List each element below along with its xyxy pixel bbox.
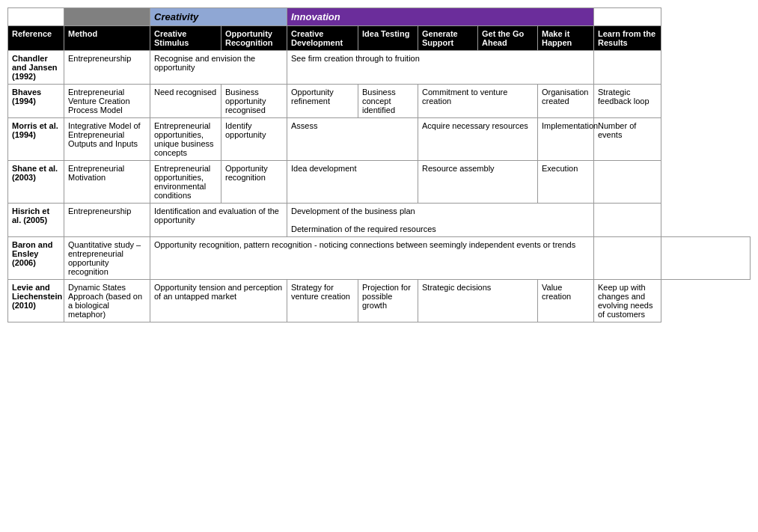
cd-cell: See firm creation through to fruition [287,51,594,85]
col-header-gs: Generate Support [418,26,478,51]
header-innovation: Innovation [287,8,594,26]
cd-cell: Strategy for venture creation [287,280,358,322]
table-row: Shane et al. (2003) Entrepreneurial Moti… [8,161,751,204]
method-cell: Entrepreneurial Venture Creation Process… [64,85,150,118]
method-cell: Entrepreneurial Motivation [64,161,150,204]
mih-cell [594,237,661,280]
col-header-reference: Reference [8,26,64,51]
or-cell: Opportunity recognition [221,161,287,204]
it-cell: Business concept identified [358,85,418,118]
ref-cell: Morris et al. (1994) [8,118,64,161]
col-header-it: Idea Testing [358,26,418,51]
header-top-empty2 [594,8,661,26]
header-top-row: Creativity Innovation [8,8,751,26]
ref-cell: Levie and Liechenstein (2010) [8,280,64,322]
header-top-empty1 [8,8,64,26]
table-row: Levie and Liechenstein (2010) Dynamic St… [8,280,751,322]
lftr-cell [594,51,661,85]
mih-cell: Execution [538,161,594,204]
cs-cell: Recognise and envision the opportunity [150,51,287,85]
method-cell: Quantitative study – entrepreneurial opp… [64,237,150,280]
lftr-cell [594,161,661,204]
col-header-cd: Creative Development [287,26,358,51]
or-cell: Identify opportunity [221,118,287,161]
method-cell: Entrepreneurship [64,204,150,237]
header-col-row: Reference Method Creative Stimulus Oppor… [8,26,751,51]
gs-cell: Commitment to venture creation [418,85,538,118]
col-header-mih: Make it Happen [538,26,594,51]
cs-cell: Entrepreneurial opportunities, unique bu… [150,118,221,161]
lftr-cell: Keep up with changes and evolving needs … [594,280,661,322]
ref-cell: Shane et al. (2003) [8,161,64,204]
ref-cell: Hisrich et al. (2005) [8,204,64,237]
gs-cell: Resource assembly [418,161,538,204]
method-cell: Entrepreneurship [64,51,150,85]
cs-cell: Identification and evaluation of the opp… [150,204,287,237]
lftr-cell: Strategic feedback loop [594,85,661,118]
cd-cell: Opportunity refinement [287,85,358,118]
mih-cell: Implementation [538,118,594,161]
it-cell: Projection for possible growth [358,280,418,322]
header-top-gray [64,8,150,26]
col-header-or: Opportunity Recognition [221,26,287,51]
table-row: Morris et al. (1994) Integrative Model o… [8,118,751,161]
table-row: Bhaves (1994) Entrepreneurial Venture Cr… [8,85,751,118]
cd-cell: Development of the business plan Determi… [287,204,594,237]
method-cell: Dynamic States Approach (based on a biol… [64,280,150,322]
ref-cell: Chandler and Jansen (1992) [8,51,64,85]
lftr-cell [594,204,661,237]
header-creativity: Creativity [150,8,287,26]
cd-cell: Idea development [287,161,418,204]
table-row: Hisrich et al. (2005) Entrepreneurship I… [8,204,751,237]
lftr-cell: Number of events [594,118,661,161]
table-row: Chandler and Jansen (1992) Entrepreneurs… [8,51,751,85]
col-header-gtga: Get the Go Ahead [478,26,538,51]
lftr-cell [661,237,751,280]
cs-cell: Entrepreneurial opportunities, environme… [150,161,221,204]
cs-cell: Opportunity recognition, pattern recogni… [150,237,594,280]
or-cell: Business opportunity recognised [221,85,287,118]
mih-cell: Value creation [538,280,594,322]
main-table: Creativity Innovation Reference Method C… [7,7,751,322]
ref-cell: Baron and Ensley (2006) [8,237,64,280]
method-cell: Integrative Model of Entrepreneurial Out… [64,118,150,161]
ref-cell: Bhaves (1994) [8,85,64,118]
table-row: Baron and Ensley (2006) Quantitative stu… [8,237,751,280]
mih-cell: Organisation created [538,85,594,118]
gs-cell: Acquire necessary resources [418,118,538,161]
cd-cell: Assess [287,118,418,161]
col-header-lftr: Learn from the Results [594,26,661,51]
gs-cell: Strategic decisions [418,280,538,322]
col-header-cs: Creative Stimulus [150,26,221,51]
col-header-method: Method [64,26,150,51]
cs-cell: Opportunity tension and perception of an… [150,280,287,322]
cs-cell: Need recognised [150,85,221,118]
